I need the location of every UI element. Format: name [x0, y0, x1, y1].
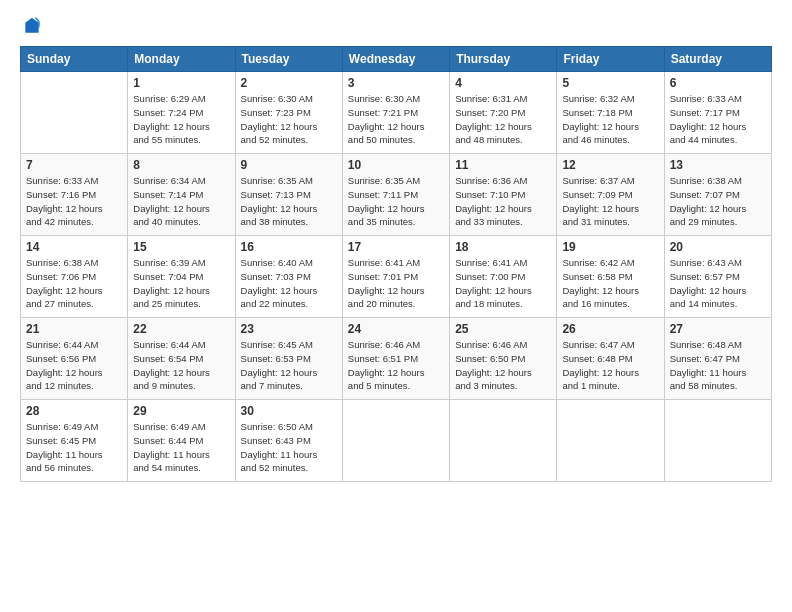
day-info: Sunrise: 6:38 AM Sunset: 7:06 PM Dayligh…: [26, 256, 122, 311]
day-number: 27: [670, 322, 766, 336]
day-number: 17: [348, 240, 444, 254]
col-header-saturday: Saturday: [664, 47, 771, 72]
day-number: 9: [241, 158, 337, 172]
calendar-cell: [342, 400, 449, 482]
day-number: 4: [455, 76, 551, 90]
calendar-cell: 24Sunrise: 6:46 AM Sunset: 6:51 PM Dayli…: [342, 318, 449, 400]
day-info: Sunrise: 6:44 AM Sunset: 6:54 PM Dayligh…: [133, 338, 229, 393]
header: [20, 16, 772, 36]
calendar-cell: 16Sunrise: 6:40 AM Sunset: 7:03 PM Dayli…: [235, 236, 342, 318]
day-number: 16: [241, 240, 337, 254]
day-number: 19: [562, 240, 658, 254]
day-number: 13: [670, 158, 766, 172]
day-info: Sunrise: 6:46 AM Sunset: 6:51 PM Dayligh…: [348, 338, 444, 393]
calendar-cell: 14Sunrise: 6:38 AM Sunset: 7:06 PM Dayli…: [21, 236, 128, 318]
day-number: 24: [348, 322, 444, 336]
week-row-1: 1Sunrise: 6:29 AM Sunset: 7:24 PM Daylig…: [21, 72, 772, 154]
calendar-cell: 28Sunrise: 6:49 AM Sunset: 6:45 PM Dayli…: [21, 400, 128, 482]
day-info: Sunrise: 6:39 AM Sunset: 7:04 PM Dayligh…: [133, 256, 229, 311]
day-info: Sunrise: 6:31 AM Sunset: 7:20 PM Dayligh…: [455, 92, 551, 147]
day-info: Sunrise: 6:43 AM Sunset: 6:57 PM Dayligh…: [670, 256, 766, 311]
day-number: 8: [133, 158, 229, 172]
calendar-table: SundayMondayTuesdayWednesdayThursdayFrid…: [20, 46, 772, 482]
day-info: Sunrise: 6:36 AM Sunset: 7:10 PM Dayligh…: [455, 174, 551, 229]
calendar-cell: 27Sunrise: 6:48 AM Sunset: 6:47 PM Dayli…: [664, 318, 771, 400]
col-header-monday: Monday: [128, 47, 235, 72]
day-number: 18: [455, 240, 551, 254]
day-info: Sunrise: 6:50 AM Sunset: 6:43 PM Dayligh…: [241, 420, 337, 475]
calendar-cell: 26Sunrise: 6:47 AM Sunset: 6:48 PM Dayli…: [557, 318, 664, 400]
day-info: Sunrise: 6:49 AM Sunset: 6:44 PM Dayligh…: [133, 420, 229, 475]
week-row-3: 14Sunrise: 6:38 AM Sunset: 7:06 PM Dayli…: [21, 236, 772, 318]
day-info: Sunrise: 6:41 AM Sunset: 7:01 PM Dayligh…: [348, 256, 444, 311]
day-number: 29: [133, 404, 229, 418]
calendar-cell: [557, 400, 664, 482]
day-number: 22: [133, 322, 229, 336]
col-header-friday: Friday: [557, 47, 664, 72]
day-number: 20: [670, 240, 766, 254]
calendar-cell: 21Sunrise: 6:44 AM Sunset: 6:56 PM Dayli…: [21, 318, 128, 400]
week-row-4: 21Sunrise: 6:44 AM Sunset: 6:56 PM Dayli…: [21, 318, 772, 400]
day-number: 2: [241, 76, 337, 90]
calendar-cell: 7Sunrise: 6:33 AM Sunset: 7:16 PM Daylig…: [21, 154, 128, 236]
day-number: 28: [26, 404, 122, 418]
logo-icon: [22, 16, 42, 36]
calendar-cell: 18Sunrise: 6:41 AM Sunset: 7:00 PM Dayli…: [450, 236, 557, 318]
calendar-cell: 8Sunrise: 6:34 AM Sunset: 7:14 PM Daylig…: [128, 154, 235, 236]
calendar-cell: 22Sunrise: 6:44 AM Sunset: 6:54 PM Dayli…: [128, 318, 235, 400]
calendar-cell: 12Sunrise: 6:37 AM Sunset: 7:09 PM Dayli…: [557, 154, 664, 236]
day-number: 10: [348, 158, 444, 172]
day-info: Sunrise: 6:33 AM Sunset: 7:16 PM Dayligh…: [26, 174, 122, 229]
calendar-cell: 13Sunrise: 6:38 AM Sunset: 7:07 PM Dayli…: [664, 154, 771, 236]
day-info: Sunrise: 6:44 AM Sunset: 6:56 PM Dayligh…: [26, 338, 122, 393]
col-header-tuesday: Tuesday: [235, 47, 342, 72]
day-info: Sunrise: 6:32 AM Sunset: 7:18 PM Dayligh…: [562, 92, 658, 147]
calendar-cell: 9Sunrise: 6:35 AM Sunset: 7:13 PM Daylig…: [235, 154, 342, 236]
col-header-sunday: Sunday: [21, 47, 128, 72]
day-info: Sunrise: 6:30 AM Sunset: 7:21 PM Dayligh…: [348, 92, 444, 147]
day-number: 15: [133, 240, 229, 254]
calendar-cell: 1Sunrise: 6:29 AM Sunset: 7:24 PM Daylig…: [128, 72, 235, 154]
calendar-cell: 20Sunrise: 6:43 AM Sunset: 6:57 PM Dayli…: [664, 236, 771, 318]
day-info: Sunrise: 6:30 AM Sunset: 7:23 PM Dayligh…: [241, 92, 337, 147]
week-row-5: 28Sunrise: 6:49 AM Sunset: 6:45 PM Dayli…: [21, 400, 772, 482]
day-number: 14: [26, 240, 122, 254]
calendar-cell: 6Sunrise: 6:33 AM Sunset: 7:17 PM Daylig…: [664, 72, 771, 154]
calendar-cell: 23Sunrise: 6:45 AM Sunset: 6:53 PM Dayli…: [235, 318, 342, 400]
day-info: Sunrise: 6:42 AM Sunset: 6:58 PM Dayligh…: [562, 256, 658, 311]
calendar-cell: [664, 400, 771, 482]
day-info: Sunrise: 6:49 AM Sunset: 6:45 PM Dayligh…: [26, 420, 122, 475]
day-info: Sunrise: 6:41 AM Sunset: 7:00 PM Dayligh…: [455, 256, 551, 311]
day-number: 30: [241, 404, 337, 418]
day-number: 25: [455, 322, 551, 336]
day-number: 21: [26, 322, 122, 336]
day-info: Sunrise: 6:37 AM Sunset: 7:09 PM Dayligh…: [562, 174, 658, 229]
day-info: Sunrise: 6:33 AM Sunset: 7:17 PM Dayligh…: [670, 92, 766, 147]
calendar-cell: 4Sunrise: 6:31 AM Sunset: 7:20 PM Daylig…: [450, 72, 557, 154]
calendar-header-row: SundayMondayTuesdayWednesdayThursdayFrid…: [21, 47, 772, 72]
day-number: 11: [455, 158, 551, 172]
calendar-cell: 10Sunrise: 6:35 AM Sunset: 7:11 PM Dayli…: [342, 154, 449, 236]
calendar-cell: 15Sunrise: 6:39 AM Sunset: 7:04 PM Dayli…: [128, 236, 235, 318]
day-info: Sunrise: 6:47 AM Sunset: 6:48 PM Dayligh…: [562, 338, 658, 393]
calendar-cell: [21, 72, 128, 154]
day-info: Sunrise: 6:45 AM Sunset: 6:53 PM Dayligh…: [241, 338, 337, 393]
logo: [20, 16, 42, 36]
calendar-cell: 17Sunrise: 6:41 AM Sunset: 7:01 PM Dayli…: [342, 236, 449, 318]
day-number: 23: [241, 322, 337, 336]
day-number: 26: [562, 322, 658, 336]
day-info: Sunrise: 6:48 AM Sunset: 6:47 PM Dayligh…: [670, 338, 766, 393]
day-number: 3: [348, 76, 444, 90]
calendar-cell: 11Sunrise: 6:36 AM Sunset: 7:10 PM Dayli…: [450, 154, 557, 236]
day-info: Sunrise: 6:29 AM Sunset: 7:24 PM Dayligh…: [133, 92, 229, 147]
day-info: Sunrise: 6:35 AM Sunset: 7:11 PM Dayligh…: [348, 174, 444, 229]
day-info: Sunrise: 6:46 AM Sunset: 6:50 PM Dayligh…: [455, 338, 551, 393]
day-info: Sunrise: 6:40 AM Sunset: 7:03 PM Dayligh…: [241, 256, 337, 311]
day-info: Sunrise: 6:38 AM Sunset: 7:07 PM Dayligh…: [670, 174, 766, 229]
day-number: 1: [133, 76, 229, 90]
calendar-cell: 29Sunrise: 6:49 AM Sunset: 6:44 PM Dayli…: [128, 400, 235, 482]
calendar-cell: [450, 400, 557, 482]
calendar-cell: 30Sunrise: 6:50 AM Sunset: 6:43 PM Dayli…: [235, 400, 342, 482]
col-header-thursday: Thursday: [450, 47, 557, 72]
day-info: Sunrise: 6:35 AM Sunset: 7:13 PM Dayligh…: [241, 174, 337, 229]
